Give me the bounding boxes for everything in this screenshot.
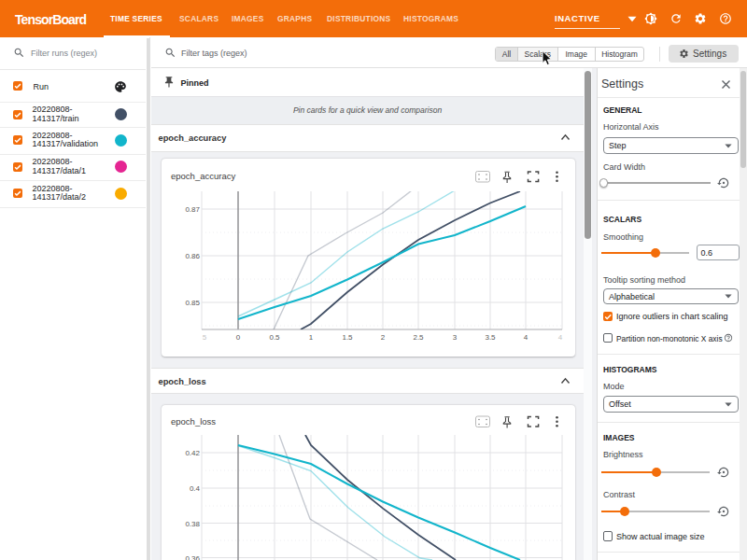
svg-text:epoch_loss: epoch_loss xyxy=(171,416,216,427)
svg-text:0.42: 0.42 xyxy=(185,449,200,457)
svg-text:0.85: 0.85 xyxy=(185,299,200,307)
svg-text:0.86: 0.86 xyxy=(185,252,200,260)
svg-text:4: 4 xyxy=(524,333,529,342)
svg-text:0.5: 0.5 xyxy=(269,333,280,342)
svg-text:epoch_accuracy: epoch_accuracy xyxy=(171,171,235,181)
svg-text:0.36: 0.36 xyxy=(185,554,200,560)
svg-text:1.5: 1.5 xyxy=(342,333,353,342)
svg-text:0.4: 0.4 xyxy=(190,484,201,493)
svg-text:0.87: 0.87 xyxy=(185,205,200,214)
svg-text:3: 3 xyxy=(453,333,458,342)
svg-text:4: 4 xyxy=(558,333,563,342)
svg-text:0.38: 0.38 xyxy=(185,520,200,528)
svg-text:2.5: 2.5 xyxy=(413,333,424,342)
svg-text:1: 1 xyxy=(309,333,314,342)
svg-text:0: 0 xyxy=(236,333,241,342)
svg-text:5: 5 xyxy=(203,333,207,342)
svg-text:3.5: 3.5 xyxy=(485,333,496,342)
svg-text:2: 2 xyxy=(381,333,386,342)
